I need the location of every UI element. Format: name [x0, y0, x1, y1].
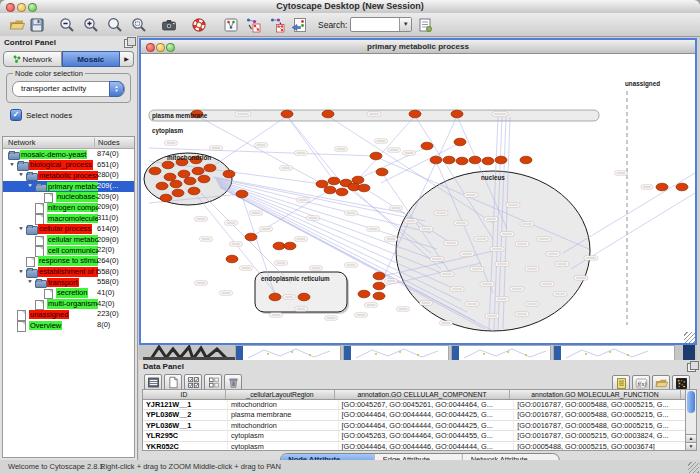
tree-row[interactable]: nucleobase-209(0)	[3, 192, 134, 203]
network-node[interactable]	[373, 282, 385, 290]
tree-row[interactable]: cellular metabol209(0)	[3, 235, 134, 246]
network-node[interactable]	[170, 180, 182, 188]
tree-expand-arrow-icon[interactable]: ▼	[18, 268, 24, 273]
column-header-0[interactable]: ID	[143, 390, 226, 399]
tree-row[interactable]: nitrogen compo209(0)	[3, 202, 134, 213]
network-node[interactable]	[328, 177, 340, 185]
network-node[interactable]	[352, 176, 364, 184]
tab-overflow-arrow[interactable]: ▶	[120, 51, 134, 67]
tree-row[interactable]: mosaic-demo-yeast874(0)	[3, 149, 134, 160]
tree-row[interactable]: ▼metabolic process280(0)	[3, 170, 134, 181]
network-node[interactable]	[223, 170, 235, 178]
background-window-peek[interactable]	[451, 345, 551, 360]
network-edge[interactable]	[287, 116, 341, 182]
network-node[interactable]	[676, 183, 688, 191]
scroll-up-arrow[interactable]: ▲	[686, 434, 696, 442]
tree-row[interactable]: ▼cellular process614(0)	[3, 224, 134, 235]
snapshot-button[interactable]	[160, 16, 178, 34]
network-node[interactable]	[451, 110, 463, 118]
background-window-peek[interactable]	[553, 345, 675, 360]
network-node[interactable]	[324, 186, 336, 194]
network-node[interactable]	[520, 156, 532, 164]
network-node[interactable]	[358, 290, 370, 298]
zoom-out-button[interactable]	[58, 16, 76, 34]
tree-row[interactable]: macromolecule311(0)	[3, 213, 134, 224]
network-node[interactable]	[482, 157, 494, 165]
network-node[interactable]	[454, 138, 466, 146]
help-button[interactable]	[190, 16, 208, 34]
network-node[interactable]	[188, 187, 200, 195]
network-node[interactable]	[156, 182, 168, 190]
tree-expand-arrow-icon[interactable]: ▼	[18, 172, 24, 177]
scroll-down-arrow[interactable]: ▼	[686, 442, 696, 450]
tree-expand-arrow-icon[interactable]: ▼	[27, 279, 33, 284]
network-node[interactable]	[443, 156, 455, 164]
network-node[interactable]	[370, 152, 382, 160]
network-node[interactable]	[456, 157, 468, 165]
table-scrollbar[interactable]: ▲ ▼	[685, 389, 697, 451]
network-node[interactable]	[430, 156, 442, 164]
background-window-peek[interactable]	[343, 345, 449, 360]
tab-network[interactable]: Network	[3, 51, 62, 67]
tree-row[interactable]: response to stimulu264(0)	[3, 256, 134, 267]
app-resize-grip[interactable]	[688, 462, 699, 473]
search-input[interactable]	[351, 19, 399, 30]
tree-row[interactable]: ▼establishment of lo558(0)	[3, 267, 134, 278]
tree-row[interactable]: ▼biological_process651(0)	[3, 160, 134, 171]
tree-expand-arrow-icon[interactable]: ▼	[18, 225, 24, 230]
network-node[interactable]	[316, 180, 328, 188]
network-node[interactable]	[192, 167, 204, 175]
network-node[interactable]	[284, 242, 296, 250]
column-header-3[interactable]: annotation.GO MOLECULAR_FUNCTION	[510, 390, 681, 399]
network-node[interactable]	[409, 110, 421, 118]
network-node[interactable]	[656, 183, 668, 191]
open-button[interactable]	[8, 16, 26, 34]
table-scrollbar-thumb[interactable]	[687, 391, 695, 413]
table-row[interactable]: YLR295Ccytoplasm[GO:0045263, GO:0044464,…	[143, 431, 686, 441]
tab-mosaic[interactable]: Mosaic	[62, 51, 121, 67]
network-edge[interactable]	[563, 173, 695, 253]
network-node[interactable]	[162, 161, 174, 169]
network-node[interactable]	[376, 168, 388, 176]
table-row[interactable]: YKR052Ccytoplasm[GO:0044464, GO:0044446,…	[143, 442, 686, 451]
network-window-titlebar[interactable]: primary metabolic process	[141, 40, 695, 54]
network-node[interactable]	[273, 242, 285, 250]
network-node[interactable]	[373, 292, 385, 300]
network-node[interactable]	[172, 189, 184, 197]
network-node[interactable]	[298, 293, 310, 301]
network-node[interactable]	[495, 156, 507, 164]
tree-col-separator[interactable]	[94, 138, 95, 147]
network-node[interactable]	[164, 173, 176, 181]
zoom-in-button[interactable]	[82, 16, 100, 34]
tree-row[interactable]: cell communicat22(0)	[3, 245, 134, 256]
network-node[interactable]	[281, 110, 293, 118]
node-color-combo[interactable]: transporter activity ▲▼	[12, 81, 125, 97]
search-options-button[interactable]	[416, 16, 434, 34]
search-dropdown-arrow[interactable]: ▼	[399, 18, 411, 31]
network-node[interactable]	[160, 194, 172, 202]
table-row[interactable]: YPL036W__2plasma membrane[GO:0044464, GO…	[143, 410, 686, 420]
network-node[interactable]	[226, 255, 238, 263]
table-row[interactable]: YPL036W__1mitochondrion[GO:0044464, GO:0…	[143, 421, 686, 431]
network-node[interactable]	[236, 190, 248, 198]
network-node[interactable]	[204, 164, 216, 172]
vizmapper-button[interactable]	[290, 16, 308, 34]
network-manager-button[interactable]	[222, 16, 240, 34]
background-window-peek[interactable]	[235, 345, 341, 360]
network-node[interactable]	[421, 142, 433, 150]
network-node[interactable]	[269, 293, 281, 301]
data-panel-float-icon[interactable]	[687, 363, 696, 372]
network-node[interactable]	[336, 188, 348, 196]
tree-row[interactable]: ▼transport558(0)	[3, 277, 134, 288]
net-window-resize-grip[interactable]	[684, 332, 695, 343]
layout-a-button[interactable]	[244, 16, 262, 34]
tree-row[interactable]: secretion41(0)	[3, 288, 134, 299]
network-edge[interactable]	[328, 116, 493, 223]
network-node[interactable]	[178, 170, 190, 178]
tree-row[interactable]: ▼primary metabo209(...	[3, 181, 134, 192]
layout-b-button[interactable]	[268, 16, 286, 34]
network-node[interactable]	[358, 184, 370, 192]
network-node[interactable]	[245, 233, 257, 241]
network-node[interactable]	[469, 156, 481, 164]
save-button[interactable]	[28, 16, 46, 34]
